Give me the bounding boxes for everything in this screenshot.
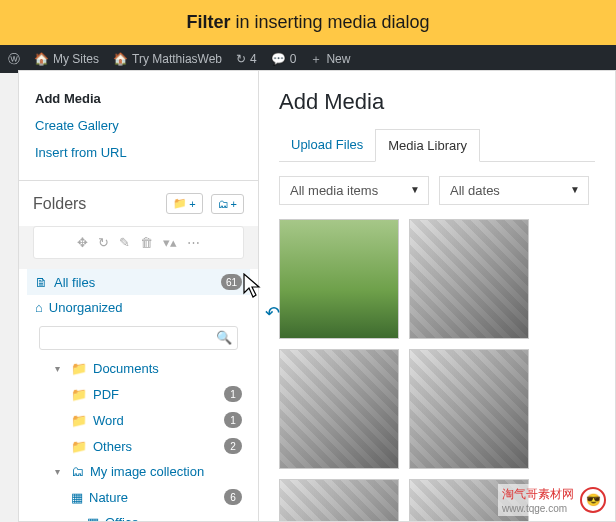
pdf-row[interactable]: 📁 PDF 1 — [27, 381, 250, 407]
create-gallery-action[interactable]: Create Gallery — [35, 112, 242, 139]
collection-row[interactable]: ▾ 🗂 My image collection — [27, 459, 250, 484]
grid-icon: ▦ — [71, 490, 83, 505]
new-gallery-button[interactable]: 🗂+ — [211, 194, 244, 214]
grid-icon: ▦ — [87, 515, 99, 521]
main-title: Add Media — [279, 89, 595, 115]
file-icon: 🗎 — [35, 275, 48, 290]
media-thumbnail[interactable] — [279, 219, 399, 339]
my-sites-link[interactable]: 🏠 My Sites — [34, 52, 99, 66]
media-thumbnail[interactable] — [279, 479, 399, 521]
unorganized-row[interactable]: ⌂ Unorganized — [27, 295, 250, 320]
tab-upload[interactable]: Upload Files — [279, 129, 375, 161]
count-badge: 61 — [221, 274, 242, 290]
folder-icon: 📁 — [71, 439, 87, 454]
chevron-down-icon[interactable]: ▾ — [55, 466, 65, 477]
wp-logo-icon[interactable]: ⓦ — [8, 51, 20, 68]
watermark-face-icon: 😎 — [580, 487, 606, 513]
add-media-action[interactable]: Add Media — [35, 85, 242, 112]
folders-header: Folders 📁+ 🗂+ — [19, 181, 258, 226]
word-row[interactable]: 📁 Word 1 — [27, 407, 250, 433]
tabs: Upload Files Media Library — [279, 129, 595, 162]
comments-link[interactable]: 💬 0 — [271, 52, 297, 66]
filters: All media items All dates — [279, 176, 595, 205]
date-select[interactable]: All dates — [439, 176, 589, 205]
chevron-down-icon[interactable]: ▾ — [55, 363, 65, 374]
folder-icon: 📁 — [71, 387, 87, 402]
new-folder-button[interactable]: 📁+ — [166, 193, 202, 214]
rename-icon[interactable]: ✎ — [119, 235, 130, 250]
banner-rest: in inserting media dialog — [230, 12, 429, 32]
banner: Filter in inserting media dialog — [0, 0, 616, 45]
media-thumbnail[interactable] — [409, 349, 529, 469]
home-icon: ⌂ — [35, 300, 43, 315]
others-row[interactable]: 📁 Others 2 — [27, 433, 250, 459]
folder-toolbar: ✥ ↻ ✎ 🗑 ▾▴ ⋯ — [33, 226, 244, 259]
folders-title: Folders — [33, 195, 158, 213]
media-dialog: Add Media Create Gallery Insert from URL… — [18, 70, 616, 522]
refresh-icon[interactable]: ↻ — [98, 235, 109, 250]
office-row[interactable]: ▸ ▦ Office — [27, 510, 250, 521]
thumbnail-grid — [279, 219, 595, 521]
updates-link[interactable]: ↻ 4 — [236, 52, 257, 66]
all-files-row[interactable]: 🗎 All files 61 — [27, 269, 250, 295]
documents-row[interactable]: ▾ 📁 Documents — [27, 356, 250, 381]
wp-admin-bar: ⓦ 🏠 My Sites 🏠 Try MatthiasWeb ↻ 4 💬 0 ＋… — [0, 45, 616, 73]
media-thumbnail[interactable] — [279, 349, 399, 469]
search-input[interactable] — [39, 326, 238, 350]
search-icon[interactable]: 🔍 — [216, 330, 232, 345]
watermark: 淘气哥素材网 www.tqge.com 😎 — [498, 484, 610, 516]
media-type-select[interactable]: All media items — [279, 176, 429, 205]
tab-library[interactable]: Media Library — [375, 129, 480, 162]
more-icon[interactable]: ⋯ — [187, 235, 200, 250]
gallery-icon: 🗂 — [71, 464, 84, 479]
main-panel: Add Media Upload Files Media Library All… — [259, 71, 615, 521]
nature-row[interactable]: ▦ Nature 6 — [27, 484, 250, 510]
sort-icon[interactable]: ▾▴ — [163, 235, 177, 250]
folder-tree: 🗎 All files 61 ⌂ Unorganized 🔍 ▾ 📁 Docum… — [19, 269, 258, 521]
folder-icon: 📁 — [71, 413, 87, 428]
insert-url-action[interactable]: Insert from URL — [35, 139, 242, 166]
banner-bold: Filter — [186, 12, 230, 32]
media-thumbnail[interactable] — [409, 219, 529, 339]
chevron-right-icon[interactable]: ▸ — [71, 517, 81, 521]
delete-icon[interactable]: 🗑 — [140, 235, 153, 250]
new-link[interactable]: ＋ New — [310, 51, 350, 68]
site-link[interactable]: 🏠 Try MatthiasWeb — [113, 52, 222, 66]
left-column: Add Media Create Gallery Insert from URL… — [19, 71, 259, 521]
folder-search: 🔍 — [39, 326, 238, 350]
move-icon[interactable]: ✥ — [77, 235, 88, 250]
folder-icon: 📁 — [71, 361, 87, 376]
media-actions: Add Media Create Gallery Insert from URL — [19, 71, 258, 181]
